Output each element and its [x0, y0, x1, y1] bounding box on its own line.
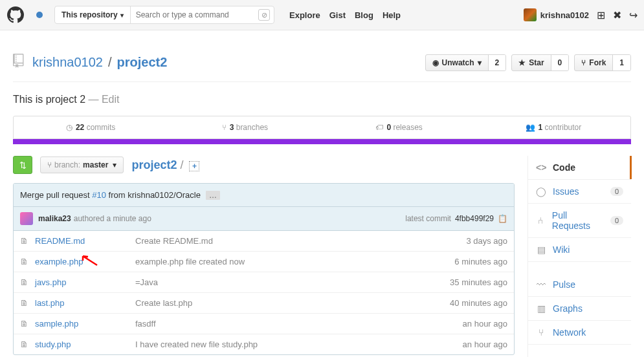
commit-hash[interactable]: 4fbb499f29 — [455, 214, 494, 223]
star-icon: ★ — [518, 58, 526, 67]
contributors-stat[interactable]: 👥1 contributor — [476, 116, 630, 138]
pr-link[interactable]: #10 — [92, 190, 106, 200]
authored-time: authored a minute ago — [74, 214, 151, 223]
sidebar-item-network[interactable]: ⑂Network — [528, 321, 631, 345]
star-button-group: ★Star 0 — [511, 54, 569, 71]
author-name[interactable]: malika23 — [38, 214, 71, 223]
eye-icon: ◉ — [432, 58, 439, 67]
path-breadcrumb: project2 / + — [131, 158, 199, 172]
fork-button[interactable]: ⑂Fork — [575, 55, 613, 70]
commit-message: Merge pull request #10 from krishna0102/… — [20, 190, 201, 200]
repo-header: krishna0102 / project2 ◉Unwatch▾ 2 ★Star… — [13, 43, 631, 82]
branch-row: ⇅ ⑂ branch: master project2 / + — [13, 156, 515, 174]
repo-title: krishna0102 / project2 — [13, 54, 167, 71]
nav-blog[interactable]: Blog — [355, 10, 373, 20]
file-commit-msg[interactable]: Create README.md — [135, 236, 466, 246]
expand-commit-icon[interactable]: … — [206, 191, 220, 200]
repo-sep: / — [108, 55, 112, 70]
commits-stat[interactable]: ◷22 commits — [14, 116, 168, 138]
star-count[interactable]: 0 — [551, 55, 569, 70]
top-header: This repository ⊘ Explore Gist Blog Help… — [0, 0, 644, 30]
user-menu[interactable]: krishna0102 — [524, 8, 589, 21]
code-icon: <> — [536, 162, 546, 173]
new-file-button[interactable]: + — [189, 161, 199, 171]
releases-stat[interactable]: 🏷0 releases — [322, 116, 476, 138]
sidebar-item-graphs[interactable]: ▥Graphs — [528, 297, 631, 321]
language-bar[interactable] — [13, 139, 631, 144]
file-name-link[interactable]: example.php — [35, 257, 135, 266]
nav-help[interactable]: Help — [383, 10, 401, 20]
search-input[interactable] — [131, 10, 258, 19]
search-scope-select[interactable]: This repository — [55, 6, 131, 23]
watch-count[interactable]: 2 — [489, 55, 506, 70]
pullrequest-icon: ⑃ — [536, 215, 546, 226]
create-new-icon[interactable]: ⊞ — [597, 9, 605, 21]
branch-value: master — [83, 160, 108, 169]
sidebar-item-code[interactable]: <>Code — [528, 156, 631, 180]
pulls-counter: 0 — [610, 216, 623, 225]
branch-select[interactable]: ⑂ branch: master — [40, 157, 124, 173]
branch-select-icon: ⑂ — [47, 160, 52, 169]
clipboard-icon[interactable]: 📋 — [498, 214, 507, 223]
issue-icon: ◯ — [536, 186, 546, 197]
repo-icon — [13, 54, 27, 71]
compare-icon: ⇅ — [19, 160, 27, 170]
fork-icon: ⑂ — [581, 58, 586, 67]
file-row: 🗎example.phpexample.php file created now… — [14, 252, 514, 272]
file-name-link[interactable]: last.php — [35, 298, 135, 308]
file-icon: 🗎 — [20, 319, 28, 329]
file-name-link[interactable]: sample.php — [35, 319, 135, 329]
file-icon: 🗎 — [20, 298, 28, 308]
file-commit-msg[interactable]: example.php file created now — [135, 257, 454, 266]
file-name-link[interactable]: README.md — [35, 236, 135, 246]
branches-stat[interactable]: ⑂3 branches — [168, 116, 322, 138]
github-logo[interactable] — [6, 6, 25, 24]
file-row: 🗎study.phpI have created new file study.… — [14, 334, 514, 354]
file-commit-msg[interactable]: I have created new file study.php — [135, 340, 463, 349]
file-commit-msg[interactable]: =Java — [135, 277, 450, 287]
author-avatar-icon — [20, 212, 33, 225]
sign-out-icon[interactable]: ↪ — [629, 9, 638, 21]
commit-author-row: malika23 authored a minute ago latest co… — [14, 207, 514, 231]
file-name-link[interactable]: study.php — [35, 340, 135, 349]
file-row: 🗎last.phpCreate last.php40 minutes ago — [14, 293, 514, 314]
nav-gist[interactable]: Gist — [329, 10, 346, 20]
issues-counter: 0 — [610, 187, 623, 196]
notification-indicator[interactable] — [36, 12, 43, 18]
branch-label: branch: — [54, 160, 80, 169]
file-commit-msg[interactable]: Create last.php — [135, 298, 450, 308]
repo-actions: ◉Unwatch▾ 2 ★Star 0 ⑂Fork 1 — [425, 54, 631, 71]
file-commit-msg[interactable]: fasdff — [135, 319, 463, 329]
file-time: 40 minutes ago — [450, 298, 507, 308]
file-time: an hour ago — [463, 340, 507, 349]
file-icon: 🗎 — [20, 277, 28, 287]
sidebar-item-pulls[interactable]: ⑃Pull Requests0 — [528, 204, 631, 238]
file-icon: 🗎 — [20, 340, 28, 349]
repo-description-row: This is project 2 — Edit — [13, 82, 631, 111]
settings-gear-icon[interactable]: ✖ — [613, 9, 621, 21]
watch-button-group: ◉Unwatch▾ 2 — [425, 54, 507, 71]
repo-owner-link[interactable]: krishna0102 — [32, 55, 103, 70]
breadcrumb-root[interactable]: project2 — [131, 158, 177, 171]
header-nav: Explore Gist Blog Help — [289, 10, 401, 20]
sidebar-item-pulse[interactable]: 〰Pulse — [528, 273, 631, 297]
fork-button-group: ⑂Fork 1 — [574, 54, 631, 71]
history-icon: ◷ — [66, 123, 72, 132]
edit-description-link[interactable]: — Edit — [85, 94, 119, 105]
nav-explore[interactable]: Explore — [289, 10, 320, 20]
user-avatar-icon — [524, 8, 537, 21]
fork-count[interactable]: 1 — [613, 55, 630, 70]
file-time: 3 days ago — [466, 236, 507, 246]
file-name-link[interactable]: javs.php — [35, 277, 135, 287]
sidebar-item-issues[interactable]: ◯Issues0 — [528, 180, 631, 204]
star-button[interactable]: ★Star — [512, 55, 551, 70]
file-icon: 🗎 — [20, 236, 28, 246]
wiki-icon: ▤ — [536, 244, 546, 255]
graphs-icon: ▥ — [536, 303, 546, 314]
repo-sidebar: <>Code ◯Issues0 ⑃Pull Requests0 ▤Wiki 〰P… — [527, 156, 631, 357]
tag-icon: 🏷 — [375, 123, 383, 132]
unwatch-button[interactable]: ◉Unwatch▾ — [426, 55, 489, 70]
compare-button[interactable]: ⇅ — [13, 156, 32, 174]
sidebar-item-wiki[interactable]: ▤Wiki — [528, 238, 631, 262]
repo-name-link[interactable]: project2 — [117, 55, 168, 70]
